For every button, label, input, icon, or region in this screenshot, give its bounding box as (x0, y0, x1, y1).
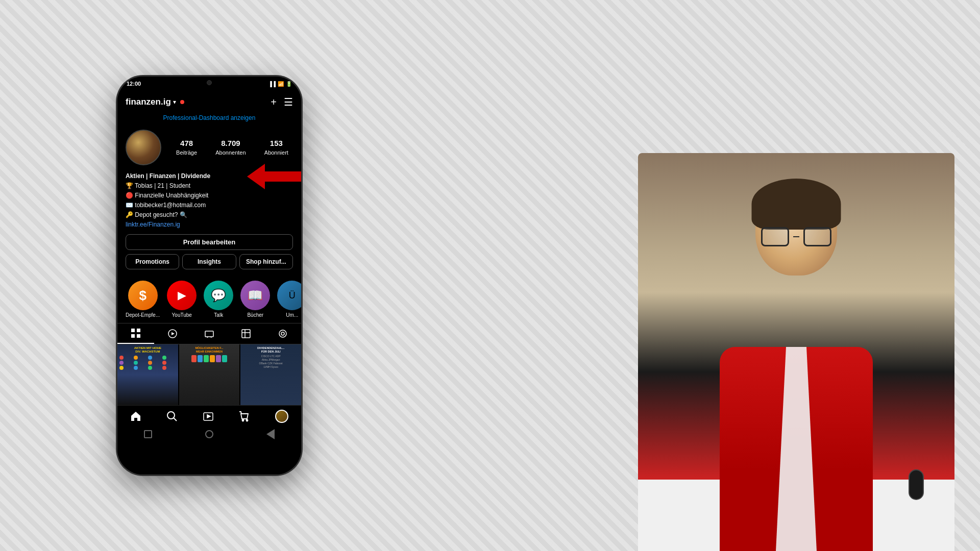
nav-reels[interactable] (203, 411, 214, 422)
highlight-books-circle: 📖 (240, 281, 270, 310)
svg-rect-4 (137, 334, 140, 338)
highlight-talk[interactable]: 💬 Talk (204, 281, 233, 318)
bio-name: Aktien | Finanzen | Dividende (126, 172, 210, 180)
stat-following: 153 Abonniert (264, 139, 288, 157)
svg-marker-6 (172, 332, 175, 335)
notch (179, 77, 240, 89)
edit-profile-button[interactable]: Profil bearbeiten (126, 234, 293, 250)
svg-rect-1 (131, 329, 135, 332)
menu-button[interactable]: ☰ (284, 96, 293, 108)
android-nav-bar (117, 425, 301, 445)
following-count: 153 (264, 139, 288, 147)
highlight-talk-circle: 💬 (204, 281, 233, 310)
tab-reels[interactable] (154, 323, 191, 344)
person-glasses (761, 227, 831, 246)
dropdown-icon[interactable]: ▾ (173, 98, 176, 106)
nav-avatar (275, 410, 288, 423)
android-home-btn[interactable] (204, 429, 214, 439)
nav-search[interactable] (166, 411, 178, 422)
avatar[interactable] (126, 130, 161, 165)
instagram-app: finanzen.ig ▾ + ☰ Professional-Dashboard… (117, 91, 301, 474)
youtube-icon: ▶ (178, 289, 186, 302)
bio-link[interactable]: linktr.ee/Finanzen.ig (126, 220, 293, 229)
svg-point-15 (167, 412, 175, 419)
post-1-title: AKTIEN MIT HOHEDIV. WACHSTUM (134, 346, 161, 354)
highlight-depot-label: Depot-Empfe... (126, 312, 160, 318)
posts-grid: AKTIEN MIT HOHEDIV. WACHSTUM (117, 344, 301, 405)
nav-shop[interactable] (239, 411, 250, 422)
posts-label: Beiträge (176, 149, 197, 156)
highlight-talk-label: Talk (214, 312, 223, 318)
microphone (909, 469, 924, 500)
insights-button[interactable]: Insights (182, 254, 236, 269)
highlight-books[interactable]: 📖 Bücher (240, 281, 270, 318)
highlight-um-label: Um... (286, 312, 298, 318)
svg-line-16 (174, 418, 177, 421)
books-icon: 📖 (248, 288, 263, 303)
talk-icon: 💬 (211, 288, 226, 303)
followers-count: 8.709 (215, 139, 246, 147)
battery-icon: 🔋 (286, 81, 292, 87)
posts-count: 478 (176, 139, 197, 147)
bio-line-2: 🏆 Tobias | 21 | Student (126, 181, 293, 190)
stat-posts: 478 Beiträge (176, 139, 197, 157)
header-left: finanzen.ig ▾ (126, 97, 184, 107)
bio-section: Aktien | Finanzen | Dividende 🏆 Tobias |… (126, 171, 293, 229)
phone-screen: finanzen.ig ▾ + ☰ Professional-Dashboard… (117, 91, 301, 474)
highlight-um[interactable]: Ü Um... (277, 281, 301, 318)
svg-line-8 (207, 337, 208, 338)
profile-buttons: Profil bearbeiten Promotions Insights Sh… (126, 234, 293, 269)
svg-line-9 (211, 337, 211, 338)
um-icon: Ü (289, 290, 296, 301)
bio-line-3: 🔴 Finanzielle Unabhängigkeit (126, 191, 293, 200)
signal-icon: ▐▐ (268, 81, 276, 87)
highlight-um-circle: Ü (277, 281, 301, 310)
android-back-btn[interactable] (265, 429, 276, 439)
highlight-youtube[interactable]: ▶ YouTube (167, 281, 197, 318)
time-display: 12:00 (127, 81, 141, 87)
svg-rect-7 (205, 331, 213, 337)
highlight-books-label: Bücher (247, 312, 263, 318)
highlight-depot[interactable]: $ Depot-Empfe... (126, 281, 160, 318)
svg-point-14 (279, 330, 286, 337)
person-background (638, 153, 954, 551)
post-item-1[interactable]: AKTIEN MIT HOHEDIV. WACHSTUM (117, 344, 178, 405)
svg-point-20 (247, 419, 248, 421)
profile-top: 478 Beiträge 8.709 Abonnenten 153 Abonni… (126, 130, 293, 165)
svg-rect-10 (242, 330, 250, 338)
phone-frame: 12:00 ▐▐ 📶 🔋 finanzen.ig ▾ + ☰ (117, 77, 301, 474)
post-3-title: DIVIDENDENZAHL...FÜR DEN JULI (257, 346, 284, 353)
highlight-depot-circle: $ (128, 281, 158, 310)
highlight-youtube-circle: ▶ (167, 281, 197, 310)
tab-mentions[interactable] (264, 323, 301, 344)
tab-tagged[interactable] (228, 323, 264, 344)
status-bar: 12:00 ▐▐ 📶 🔋 (117, 77, 301, 91)
shop-button[interactable]: Shop hinzuf... (239, 254, 293, 269)
svg-rect-2 (137, 329, 140, 332)
avatar-image (127, 131, 160, 164)
nav-home[interactable] (130, 411, 141, 422)
camera-dot (207, 80, 212, 85)
post-item-2[interactable]: MÖGLICHKEITEN F...MEHR EINKOMMEN (179, 344, 240, 405)
post-item-3[interactable]: DIVIDENDENZAHL...FÜR DEN JULI CISCO LTC … (240, 344, 301, 405)
svg-point-19 (242, 419, 244, 421)
profile-section: 478 Beiträge 8.709 Abonnenten 153 Abonni… (117, 126, 301, 276)
profile-stats: 478 Beiträge 8.709 Abonnenten 153 Abonni… (172, 139, 293, 157)
followers-label: Abonnenten (215, 149, 246, 156)
post-2-title: MÖGLICHKEITEN F...MEHR EINKOMMEN (195, 346, 223, 353)
bio-line-5: 🔑 Depot gesucht? 🔍 (126, 210, 293, 219)
online-indicator (180, 100, 184, 104)
circle-icon (205, 430, 213, 438)
dashboard-link[interactable]: Professional-Dashboard anzeigen (117, 112, 301, 126)
tab-tv[interactable] (191, 323, 228, 344)
android-square-btn[interactable] (143, 429, 153, 439)
promotions-button[interactable]: Promotions (126, 254, 179, 269)
svg-point-13 (281, 332, 284, 335)
add-post-button[interactable]: + (271, 96, 277, 108)
nav-profile[interactable] (275, 410, 288, 423)
webcam-feed (638, 153, 954, 551)
stat-followers: 8.709 Abonnenten (215, 139, 246, 157)
highlight-youtube-label: YouTube (172, 312, 192, 318)
tab-grid[interactable] (117, 323, 154, 344)
profile-username: finanzen.ig (126, 97, 171, 107)
